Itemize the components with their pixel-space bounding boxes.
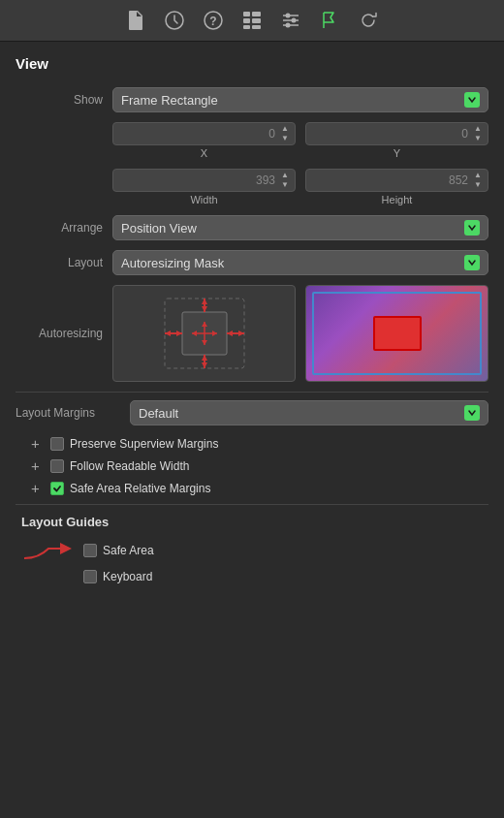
show-dropdown[interactable]: Frame Rectangle <box>112 87 488 112</box>
autoresizing-diagrams <box>112 285 488 382</box>
readable-label: Follow Readable Width <box>70 459 189 473</box>
height-increment[interactable]: ▲ <box>472 171 484 180</box>
keyboard-checkbox-wrap: Keyboard <box>83 570 152 583</box>
layout-dropdown-value: Autoresizing Mask <box>121 256 224 270</box>
arrange-dropdown[interactable]: Position View <box>112 215 488 240</box>
safe-plus[interactable]: + <box>31 480 47 496</box>
y-input-wrap: 0 ▲ ▼ Y <box>305 122 488 159</box>
width-input-wrap: 393 ▲ ▼ Width <box>112 169 296 205</box>
keyboard-checkbox[interactable] <box>83 570 97 583</box>
layout-label: Layout <box>16 256 103 269</box>
safe-area-arrow-container <box>16 537 83 564</box>
margins-dropdown-arrow <box>464 405 480 421</box>
safe-margins-checkbox-wrap: Safe Area Relative Margins <box>50 482 210 495</box>
safe-area-red-arrow <box>19 537 78 564</box>
readable-row: + Follow Readable Width <box>16 457 488 474</box>
y-decrement[interactable]: ▼ <box>472 134 484 143</box>
svg-marker-24 <box>165 330 171 336</box>
svg-rect-6 <box>252 18 261 23</box>
x-decrement[interactable]: ▼ <box>279 134 291 143</box>
layout-guides-heading: Layout Guides <box>21 515 488 529</box>
preserve-plus[interactable]: + <box>31 435 47 452</box>
show-label: Show <box>16 93 103 107</box>
x-axis-label: X <box>112 147 296 159</box>
help-icon[interactable]: ? <box>203 10 224 31</box>
y-field[interactable]: 0 ▲ ▼ <box>305 122 488 145</box>
safe-area-checkbox[interactable] <box>83 544 97 557</box>
autoresize-preview <box>305 285 488 382</box>
svg-text:?: ? <box>209 15 216 28</box>
keyboard-row: Keyboard <box>16 570 488 583</box>
width-increment[interactable]: ▲ <box>279 171 291 180</box>
height-field[interactable]: 852 ▲ ▼ <box>305 169 488 192</box>
keyboard-label: Keyboard <box>103 570 152 583</box>
arrange-row: Arrange Position View <box>16 215 488 240</box>
preserve-label: Preserve Superview Margins <box>70 437 218 451</box>
x-value: 0 <box>117 127 279 141</box>
svg-marker-19 <box>202 306 207 312</box>
preserve-row: + Preserve Superview Margins <box>16 435 488 452</box>
x-field[interactable]: 0 ▲ ▼ <box>112 122 296 145</box>
grid-icon[interactable] <box>241 10 263 31</box>
arrange-dropdown-value: Position View <box>121 221 197 236</box>
layout-dropdown-arrow <box>464 255 480 270</box>
svg-marker-28 <box>227 330 233 336</box>
divider-2 <box>16 504 488 505</box>
autoresize-svg <box>161 295 248 372</box>
autoresizing-label: Autoresizing <box>16 327 103 340</box>
svg-marker-27 <box>238 330 244 336</box>
y-stepper[interactable]: ▲ ▼ <box>472 124 484 143</box>
x-input-wrap: 0 ▲ ▼ X <box>112 122 296 159</box>
wh-row: 393 ▲ ▼ Width 852 ▲ ▼ Height <box>16 169 488 205</box>
divider-1 <box>16 392 488 393</box>
preserve-checkbox[interactable] <box>50 437 64 451</box>
page-title: View <box>16 55 488 72</box>
autoresize-diagram <box>112 285 296 382</box>
layout-row: Layout Autoresizing Mask <box>16 250 488 275</box>
x-increment[interactable]: ▲ <box>279 124 291 134</box>
margins-dropdown[interactable]: Default <box>130 400 488 425</box>
readable-plus[interactable]: + <box>31 457 47 474</box>
height-label: Height <box>305 194 488 205</box>
preserve-checkbox-wrap: Preserve Superview Margins <box>50 437 218 451</box>
autoresizing-row: Autoresizing <box>16 285 488 382</box>
width-value: 393 <box>117 173 279 187</box>
layout-dropdown[interactable]: Autoresizing Mask <box>112 250 488 275</box>
clock-icon[interactable] <box>164 10 185 31</box>
svg-marker-18 <box>202 299 207 304</box>
svg-rect-5 <box>243 18 250 23</box>
safe-margins-checkbox[interactable] <box>50 482 64 495</box>
layout-margins-label: Layout Margins <box>16 406 122 420</box>
x-stepper[interactable]: ▲ ▼ <box>279 124 291 143</box>
flag-icon[interactable] <box>319 10 340 31</box>
width-label: Width <box>112 194 296 205</box>
height-stepper[interactable]: ▲ ▼ <box>472 171 484 190</box>
svg-point-14 <box>286 23 291 28</box>
safe-area-label: Safe Area <box>103 544 154 557</box>
wh-group: 393 ▲ ▼ Width 852 ▲ ▼ Height <box>112 169 488 205</box>
show-dropdown-value: Frame Rectangle <box>121 93 218 108</box>
refresh-icon[interactable] <box>358 10 379 31</box>
preview-red-rect <box>373 316 422 351</box>
safe-margins-label: Safe Area Relative Margins <box>70 482 210 495</box>
svg-marker-22 <box>202 355 207 361</box>
toolbar: ? <box>0 0 504 42</box>
margins-dropdown-value: Default <box>139 406 178 421</box>
main-panel: View Show Frame Rectangle 0 ▲ ▼ X <box>0 42 504 603</box>
readable-checkbox-wrap: Follow Readable Width <box>50 459 189 473</box>
show-row: Show Frame Rectangle <box>16 87 488 112</box>
xy-row: 0 ▲ ▼ X 0 ▲ ▼ Y <box>16 122 488 159</box>
file-icon[interactable] <box>125 10 146 31</box>
y-increment[interactable]: ▲ <box>472 124 484 134</box>
sliders-icon[interactable] <box>280 10 301 31</box>
svg-point-13 <box>292 18 297 23</box>
safe-area-row: Safe Area <box>16 537 488 564</box>
width-field[interactable]: 393 ▲ ▼ <box>112 169 296 192</box>
layout-margins-row: Layout Margins Default <box>16 400 488 425</box>
xy-group: 0 ▲ ▼ X 0 ▲ ▼ Y <box>112 122 488 159</box>
width-stepper[interactable]: ▲ ▼ <box>279 171 291 190</box>
y-axis-label: Y <box>305 147 488 159</box>
width-decrement[interactable]: ▼ <box>279 180 291 190</box>
height-decrement[interactable]: ▼ <box>472 180 484 190</box>
readable-checkbox[interactable] <box>50 459 64 473</box>
